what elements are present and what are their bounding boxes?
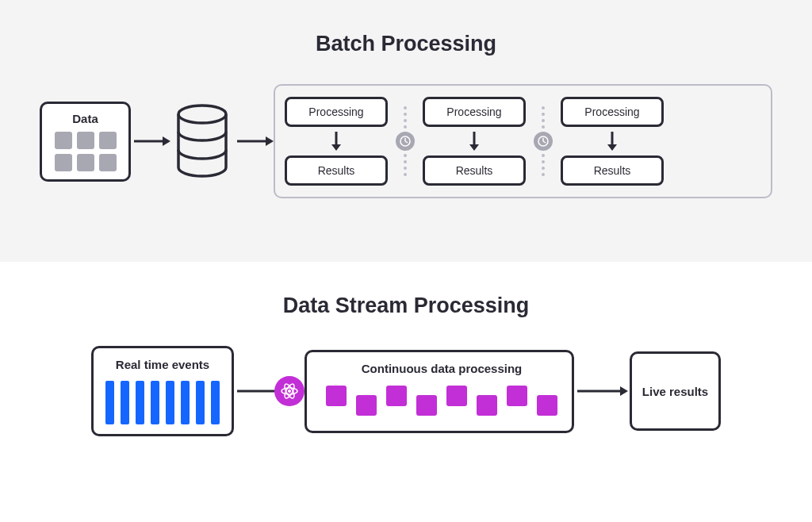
results-box: Results [561,155,664,186]
arrow-down-icon [468,132,481,151]
arrow-icon [234,133,274,149]
time-separator [534,106,553,176]
events-box: Real time events [91,346,234,436]
batch-section: Batch Processing Data [0,0,812,262]
svg-marker-24 [620,386,628,396]
live-results-label: Live results [642,385,708,398]
stream-section: Data Stream Processing Real time events … [0,262,812,476]
stream-squares-icon [326,385,557,416]
svg-line-9 [405,141,408,143]
batch-row: Data Processing [40,84,772,198]
batch-step: Processing Results [423,97,526,186]
database-icon [170,104,234,179]
svg-point-19 [288,390,291,393]
stream-row: Real time events Continuous data process… [40,346,772,436]
svg-marker-16 [607,144,617,151]
arrow-icon [131,133,170,149]
stream-title: Data Stream Processing [40,294,772,318]
atom-icon [274,376,304,406]
clock-icon [396,132,415,151]
arrow-down-icon [330,132,343,151]
svg-line-14 [543,141,546,143]
processing-box: Processing [423,97,526,127]
svg-marker-4 [266,136,274,146]
arrow-down-icon [606,132,619,151]
time-separator [396,106,415,176]
clock-icon [534,132,553,151]
svg-point-2 [178,106,226,123]
batch-step: Processing Results [285,97,388,186]
arrow-icon [574,383,630,399]
batch-title: Batch Processing [40,32,772,56]
data-box: Data [40,102,131,182]
svg-marker-6 [331,144,341,151]
continuous-label: Continuous data processing [362,362,523,375]
results-box: Results [285,155,388,186]
results-box: Results [423,155,526,186]
events-label: Real time events [103,358,222,371]
data-grid-icon [50,132,121,171]
live-results-box: Live results [630,351,721,431]
batch-panel: Processing Results Processing Results [274,84,772,198]
data-label: Data [50,112,121,125]
continuous-box: Continuous data processing [304,350,574,433]
processing-box: Processing [285,97,388,127]
svg-marker-11 [469,144,479,151]
svg-marker-1 [163,136,170,146]
processing-box: Processing [561,97,664,127]
events-bars-icon [103,381,222,424]
batch-step: Processing Results [561,97,664,186]
